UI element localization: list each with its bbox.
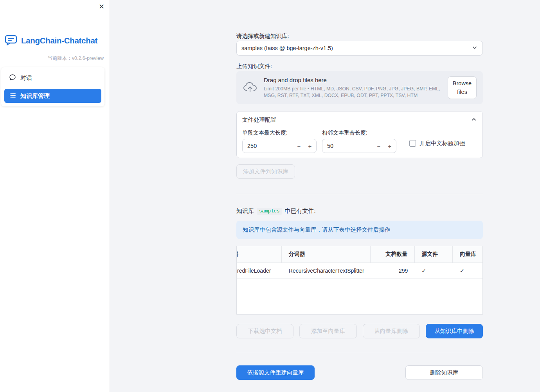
chevron-up-icon <box>471 116 477 124</box>
main-content: 请选择或新建知识库: samples (faiss @ bge-large-zh… <box>236 0 483 380</box>
sidebar-item-dialogue[interactable]: 对话 <box>4 71 101 85</box>
cell-loader: redFileLoader <box>237 268 282 274</box>
version-label: 当前版本：v0.2.6-preview <box>0 55 110 62</box>
plus-button[interactable]: + <box>304 140 315 151</box>
logo-title: LangChain-Chatchat <box>21 36 97 45</box>
divider <box>236 194 483 194</box>
file-dropzone[interactable]: Drag and drop files here Limit 200MB per… <box>236 71 483 104</box>
cloud-upload-icon <box>243 81 257 95</box>
delete-kb-button[interactable]: 删除知识库 <box>405 365 483 380</box>
delete-from-kb-button[interactable]: 从知识库中删除 <box>426 324 483 338</box>
sidebar-item-knowledge-base[interactable]: 知识库管理 <box>4 89 101 103</box>
column-header-doc-count: 文档数量 <box>371 246 415 263</box>
close-icon[interactable]: ✕ <box>99 2 104 11</box>
overlap-group: 相邻文本重合长度: 50 − + <box>322 128 396 153</box>
table-row[interactable]: redFileLoader RecursiveCharacterTextSpli… <box>237 263 482 279</box>
dropzone-text: Drag and drop files here Limit 200MB per… <box>264 77 441 99</box>
delete-from-vector-store-button: 从向量库删除 <box>363 324 420 338</box>
browse-files-button[interactable]: Browse files <box>448 76 477 99</box>
minus-button[interactable]: − <box>373 140 384 151</box>
chunk-size-value[interactable]: 250 <box>247 143 293 149</box>
chunk-size-group: 单段文本最大长度: 250 − + <box>242 128 317 153</box>
logo-icon <box>5 34 18 47</box>
expander-title: 文件处理配置 <box>242 116 276 124</box>
kb-files-suffix: 中已有文件: <box>285 207 316 215</box>
table-action-buttons: 下载选中文档 添加至向量库 从向量库删除 从知识库中删除 <box>236 324 483 338</box>
expander-body: 单段文本最大长度: 250 − + 相邻文本重合长度: 50 − + 开启中文标… <box>237 128 482 158</box>
kb-selectbox[interactable]: samples (faiss @ bge-large-zh-v1.5) <box>236 41 483 56</box>
download-selected-button: 下载选中文档 <box>236 324 293 338</box>
divider <box>236 352 483 352</box>
plus-button[interactable]: + <box>384 140 395 151</box>
zh-title-checkbox-label: 开启中文标题加强 <box>419 140 465 147</box>
kb-files-prefix: 知识库 <box>236 207 254 215</box>
column-header-source-file: 源文件 <box>415 246 453 263</box>
kb-files-heading: 知识库 samples 中已有文件: <box>236 207 483 215</box>
file-config-expander: 文件处理配置 单段文本最大长度: 250 − + 相邻文本重合长度: 50 <box>236 111 483 158</box>
chunk-size-label: 单段文本最大长度: <box>242 129 317 137</box>
drag-drop-text: Drag and drop files here <box>264 77 441 83</box>
info-banner: 知识库中包含源文件与向量库，请从下表中选择文件后操作 <box>236 221 483 239</box>
list-icon <box>9 92 16 100</box>
cell-vector-store-check: ✓ <box>453 268 482 274</box>
overlap-input[interactable]: 50 − + <box>322 139 396 153</box>
column-header-vector-store: 向量库 <box>453 246 482 263</box>
kb-name-code: samples <box>257 208 282 215</box>
kb-select-label: 请选择或新建知识库: <box>236 32 483 40</box>
chat-bubble-icon <box>9 74 16 82</box>
add-files-button: 添加文件到知识库 <box>236 164 295 179</box>
kb-selectbox-value: samples (faiss @ bge-large-zh-v1.5) <box>241 45 333 51</box>
zh-title-checkbox[interactable] <box>409 140 416 147</box>
overlap-value[interactable]: 50 <box>327 143 373 149</box>
cell-splitter: RecursiveCharacterTextSplitter <box>282 268 371 274</box>
app-logo: LangChain-Chatchat <box>0 34 110 47</box>
upload-label: 上传知识文件: <box>236 62 483 70</box>
column-header-loader: 器 <box>237 246 282 263</box>
kb-management-buttons: 依据源文件重建向量库 删除知识库 <box>236 365 483 380</box>
files-table: 器 分词器 文档数量 源文件 向量库 redFileLoader Recursi… <box>236 246 483 315</box>
expander-header[interactable]: 文件处理配置 <box>237 111 482 128</box>
zh-title-checkbox-group: 开启中文标题加强 <box>409 140 465 147</box>
cell-source-file-check: ✓ <box>415 268 453 274</box>
add-to-vector-store-button: 添加至向量库 <box>299 324 356 338</box>
chunk-size-input[interactable]: 250 − + <box>242 139 317 153</box>
cell-doc-count: 299 <box>371 268 415 274</box>
upload-limit-text: Limit 200MB per file • HTML, MD, JSON, C… <box>264 86 441 99</box>
sidebar-item-label: 知识库管理 <box>20 92 50 100</box>
overlap-label: 相邻文本重合长度: <box>322 129 396 137</box>
sidebar-menu: 对话 知识库管理 <box>1 67 104 106</box>
sidebar-item-label: 对话 <box>20 74 32 82</box>
minus-button[interactable]: − <box>293 140 304 151</box>
column-header-splitter: 分词器 <box>282 246 371 263</box>
sidebar: ✕ LangChain-Chatchat 当前版本：v0.2.6-preview… <box>0 0 110 392</box>
table-header-row: 器 分词器 文档数量 源文件 向量库 <box>237 246 482 263</box>
chevron-down-icon <box>472 45 478 52</box>
rebuild-vector-store-button[interactable]: 依据源文件重建向量库 <box>236 365 315 380</box>
